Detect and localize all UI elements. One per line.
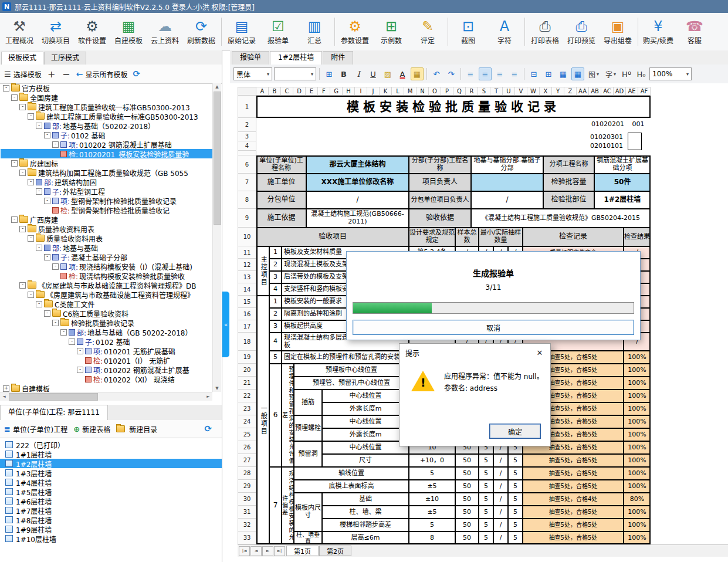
- expander-icon[interactable]: -: [69, 338, 75, 345]
- underline-button[interactable]: U: [367, 67, 380, 80]
- column-header[interactable]: N: [417, 87, 429, 96]
- export-archive-button[interactable]: ▣导出组卷: [600, 15, 636, 49]
- form-cell[interactable]: ±10: [409, 493, 455, 506]
- tree-item[interactable]: 检:010201（Ⅰ） 无筋扩: [1, 356, 212, 365]
- form-cell[interactable]: 1: [269, 296, 282, 308]
- refresh-unit-list-button[interactable]: ⟳: [204, 424, 212, 434]
- sheet-nav-button-3[interactable]: ►: [262, 546, 273, 556]
- screenshot-button[interactable]: ⊡截图: [450, 15, 486, 49]
- column-header[interactable]: A: [256, 87, 269, 96]
- row-header[interactable]: 6: [238, 155, 256, 174]
- border-bottom-button[interactable]: ⊟: [527, 67, 540, 80]
- form-cell[interactable]: 层高≤6m: [322, 531, 409, 544]
- row-header[interactable]: 33: [238, 531, 256, 544]
- expander-icon[interactable]: -: [36, 188, 42, 195]
- row-header[interactable]: 26: [238, 441, 256, 454]
- list-item[interactable]: 1#7层柱墙: [0, 506, 222, 515]
- undo-button[interactable]: ↶: [430, 67, 443, 80]
- column-header[interactable]: X: [540, 87, 552, 96]
- row-header[interactable]: 27: [238, 454, 256, 467]
- expander-icon[interactable]: -: [44, 310, 50, 317]
- select-template-button[interactable]: ☰选择模板: [4, 69, 42, 79]
- form-cell[interactable]: 8: [409, 531, 455, 544]
- form-cell[interactable]: 50: [455, 480, 479, 493]
- tree-horizontal-scrollbar[interactable]: ◄►: [0, 392, 212, 401]
- form-cell[interactable]: 5: [508, 506, 523, 519]
- form-cell[interactable]: /: [471, 191, 543, 209]
- scroll-down-icon[interactable]: ▼: [213, 385, 221, 392]
- form-cell[interactable]: 1: [269, 246, 282, 259]
- tree-item[interactable]: 检:010202（Ⅺ） 现浇结: [1, 374, 212, 384]
- column-header[interactable]: AF: [638, 87, 651, 96]
- form-cell[interactable]: 分部(子分部)工程名称: [409, 155, 471, 174]
- form-cell[interactable]: 底模上表面标高: [294, 480, 409, 493]
- form-cell[interactable]: 预埋板中心线位置: [294, 364, 409, 377]
- form-cell[interactable]: /: [493, 454, 508, 467]
- column-header[interactable]: B: [269, 87, 281, 96]
- column-header[interactable]: F: [318, 87, 330, 96]
- scroll-left-icon[interactable]: ◄: [0, 392, 8, 401]
- form-cell[interactable]: 100%: [624, 390, 651, 402]
- form-cell[interactable]: 100%: [624, 519, 651, 531]
- form-cell[interactable]: 施工依据: [256, 209, 306, 228]
- row-header[interactable]: 32: [238, 519, 256, 531]
- form-cell[interactable]: 50: [455, 506, 479, 519]
- tree-item[interactable]: -建筑结构加固工程施工质量验收规范（GB 5055: [1, 168, 212, 177]
- form-cell[interactable]: 5: [508, 531, 523, 544]
- border-inner-button[interactable]: ▦: [557, 67, 570, 80]
- character-button[interactable]: A字符: [486, 15, 523, 49]
- row-header[interactable]: 28: [238, 467, 256, 480]
- form-cell[interactable]: 100%: [624, 377, 651, 390]
- form-cell[interactable]: 5: [269, 351, 282, 364]
- form-cell[interactable]: 100%: [624, 415, 651, 428]
- form-cell[interactable]: 中心线位置: [322, 441, 409, 454]
- form-cell[interactable]: 100%: [624, 467, 651, 480]
- form-cell[interactable]: 抽查5处，合格5处: [523, 480, 624, 493]
- italic-button[interactable]: I: [352, 67, 365, 80]
- tree-item[interactable]: -子:0102 基础: [1, 130, 212, 140]
- fill-color-button[interactable]: ▨: [381, 67, 394, 80]
- form-cell[interactable]: 那云大厦主体结构: [306, 155, 409, 174]
- mode-tab-1[interactable]: 模板模式: [1, 52, 43, 65]
- form-cell[interactable]: 100%: [624, 441, 651, 454]
- expander-icon[interactable]: -: [28, 179, 34, 185]
- project-overview-button[interactable]: ⚒工程概况: [1, 15, 38, 49]
- form-cell[interactable]: 3: [269, 320, 282, 333]
- form-cell[interactable]: 5: [479, 531, 493, 544]
- form-cell[interactable]: 抽查5处，合格4处: [523, 493, 624, 506]
- custom-template-button[interactable]: ▦自建模板: [110, 15, 147, 49]
- form-cell[interactable]: /: [493, 506, 508, 519]
- tree-item[interactable]: -项:010201 无筋扩展基础: [1, 346, 212, 356]
- switch-project-button[interactable]: ⇄切换项目: [38, 15, 74, 49]
- refresh-templates-button[interactable]: ⟳: [133, 69, 140, 79]
- form-cell[interactable]: 单位(子单位)工程名称: [256, 155, 306, 174]
- bold-button[interactable]: B: [337, 67, 350, 80]
- form-cell[interactable]: 50: [455, 519, 479, 531]
- column-header[interactable]: AB: [589, 87, 601, 96]
- row-header[interactable]: 11: [238, 246, 256, 259]
- form-cell[interactable]: 抽查5处，合格5处: [523, 519, 624, 531]
- row-header[interactable]: 22: [238, 390, 256, 402]
- form-cell[interactable]: 5: [479, 506, 493, 519]
- expander-icon[interactable]: -: [44, 254, 50, 260]
- column-header[interactable]: E: [306, 87, 318, 96]
- tree-item[interactable]: -官方模板: [1, 83, 212, 93]
- form-cell[interactable]: 1#2层柱墙: [594, 191, 651, 209]
- column-header[interactable]: P: [441, 87, 453, 96]
- merge-cells-button[interactable]: ⊞: [323, 67, 336, 80]
- assessment-button[interactable]: ✎评定: [409, 15, 446, 49]
- form-cell[interactable]: 最小/实际抽样数量: [479, 228, 523, 246]
- expander-icon[interactable]: -: [52, 263, 59, 270]
- border-all-button[interactable]: ▦: [571, 67, 584, 80]
- select-all-corner[interactable]: [238, 87, 256, 96]
- form-cell[interactable]: /: [493, 467, 508, 480]
- row-header[interactable]: [238, 151, 256, 155]
- tree-item[interactable]: -项:现浇结构模板安装（Ⅰ）(混凝土基础): [1, 262, 212, 271]
- superscript-button[interactable]: Hº: [620, 67, 633, 80]
- form-cell[interactable]: 50: [455, 467, 479, 480]
- expander-icon[interactable]: -: [44, 132, 50, 138]
- tree-item[interactable]: -广西房建: [1, 215, 212, 224]
- list-item[interactable]: 1#5层柱墙: [0, 487, 222, 496]
- form-cell[interactable]: 分包单位项目负责人: [409, 191, 471, 209]
- tree-item[interactable]: -《房屋建筑与市政基础设施工程资料管理规程》: [1, 290, 212, 299]
